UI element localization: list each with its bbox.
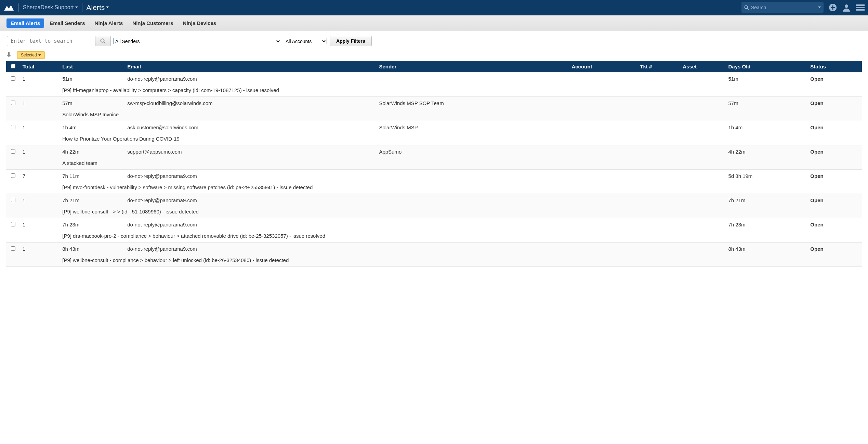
table-row[interactable]: 157msw-msp-cloudbilling@solarwinds.comSo… [6,97,862,110]
tab-ninja-customers[interactable]: Ninja Customers [128,18,177,28]
filter-search-input[interactable] [7,36,95,46]
senders-select[interactable]: All Senders [114,38,281,44]
cell-subject: [P9] ftf-meganlaptop - availability > co… [60,85,862,97]
svg-rect-9 [856,9,865,11]
tabs: Email AlertsEmail SendersNinja AlertsNin… [3,18,865,28]
tab-ninja-alerts[interactable]: Ninja Alerts [91,18,127,28]
svg-marker-0 [4,5,14,11]
global-search[interactable] [741,2,824,13]
header-days[interactable]: Days Old [726,61,808,73]
svg-line-11 [104,42,106,44]
row-checkbox[interactable] [11,173,15,178]
cell-days: 5d 8h 19m [726,170,808,183]
tab-email-senders[interactable]: Email Senders [45,18,89,28]
cell-account [569,218,638,231]
cell-status: Open [808,243,862,256]
page-title-dropdown[interactable]: Alerts [87,3,109,12]
table-row[interactable]: 11h 4mask.customer@solarwinds.comSolarWi… [6,121,862,134]
select-all-checkbox[interactable] [11,64,15,68]
cell-total: 1 [21,73,61,86]
search-icon [100,38,106,44]
cell-last: 57m [60,97,125,110]
table-row-subject[interactable]: [P9] ftf-meganlaptop - availability > co… [6,85,862,97]
table-row[interactable]: 14h 22msupport@appsumo.comAppSumo4h 22mO… [6,145,862,158]
alerts-table: Total Last Email Sender Account Tkt # As… [6,61,862,267]
selected-dropdown[interactable]: Selected [17,51,45,59]
row-checkbox[interactable] [11,198,15,202]
logo-icon[interactable] [3,4,14,11]
add-icon[interactable] [828,3,837,12]
table-row[interactable]: 18h 43mdo-not-reply@panorama9.com8h 43mO… [6,243,862,256]
chevron-down-icon [106,6,109,8]
org-label: SherpaDesk Support [23,4,74,11]
cell-asset [681,97,726,110]
table-row[interactable]: 17h 23mdo-not-reply@panorama9.com7h 23mO… [6,218,862,231]
filter-search-button[interactable] [95,36,111,46]
header-email[interactable]: Email [125,61,377,73]
navbar-left: SherpaDesk Support Alerts [3,3,109,12]
row-checkbox[interactable] [11,76,15,81]
svg-point-1 [745,5,748,9]
row-checkbox[interactable] [11,149,15,154]
cell-total: 1 [21,121,61,134]
table-row-subject[interactable]: [P9] drs-macbook-pro-2 - compliance > be… [6,231,862,243]
filter-search [7,36,111,46]
user-icon[interactable] [842,3,851,12]
cell-days: 51m [726,73,808,86]
cell-sender: SolarWinds MSP SOP Team [377,97,569,110]
cell-email: support@appsumo.com [125,145,377,158]
cell-total: 1 [21,97,61,110]
cell-sender [377,194,569,207]
global-search-input[interactable] [749,5,818,10]
row-checkbox[interactable] [11,101,15,105]
page-title: Alerts [87,3,105,12]
cell-tkt [638,97,681,110]
table-row-subject[interactable]: [P9] wellbne-consult - > > (id: -51-1089… [6,207,862,218]
cell-tkt [638,73,681,86]
table-row-subject[interactable]: A stacked team [6,158,862,170]
cell-total: 1 [21,218,61,231]
header-checkbox [6,61,21,73]
menu-icon[interactable] [856,3,865,12]
cell-account [569,145,638,158]
table-row[interactable]: 17h 21mdo-not-reply@panorama9.com7h 21mO… [6,194,862,207]
row-checkbox[interactable] [11,125,15,129]
row-checkbox[interactable] [11,222,15,226]
header-asset[interactable]: Asset [681,61,726,73]
row-checkbox[interactable] [11,246,15,251]
filter-bar: All Senders All Accounts Apply Filters [0,31,868,49]
cell-account [569,170,638,183]
header-status[interactable]: Status [808,61,862,73]
navbar-right [741,2,865,13]
tab-email-alerts[interactable]: Email Alerts [6,18,44,28]
table-row-subject[interactable]: [P9] wellbne-consult - compliance > beha… [6,255,862,267]
accounts-select[interactable]: All Accounts [284,38,327,44]
cell-asset [681,121,726,134]
table-row-subject[interactable]: [P9] mvo-frontdesk - vulnerability > sof… [6,182,862,194]
tab-ninja-devices[interactable]: Ninja Devices [179,18,221,28]
cell-tkt [638,243,681,256]
table-row-subject[interactable]: SolarWinds MSP Invoice [6,109,862,121]
header-last[interactable]: Last [60,61,125,73]
header-total[interactable]: Total [21,61,61,73]
cell-subject: A stacked team [60,158,862,170]
svg-rect-5 [831,7,835,8]
org-dropdown[interactable]: SherpaDesk Support [23,4,78,11]
cell-tkt [638,218,681,231]
table-row-subject[interactable]: How to Prioritize Your Operations During… [6,134,862,145]
cell-asset [681,145,726,158]
cell-email: do-not-reply@panorama9.com [125,243,377,256]
table-row[interactable]: 151mdo-not-reply@panorama9.com51mOpen [6,73,862,86]
cell-status: Open [808,170,862,183]
cell-total: 1 [21,243,61,256]
header-sender[interactable]: Sender [377,61,569,73]
svg-rect-8 [856,7,865,8]
header-tkt[interactable]: Tkt # [638,61,681,73]
header-account[interactable]: Account [569,61,638,73]
table-header-row: Total Last Email Sender Account Tkt # As… [6,61,862,73]
chevron-down-icon[interactable] [818,6,821,8]
arrow-down-icon[interactable] [7,52,11,58]
top-navbar: SherpaDesk Support Alerts [0,0,868,15]
table-row[interactable]: 77h 11mdo-not-reply@panorama9.com5d 8h 1… [6,170,862,183]
apply-filters-button[interactable]: Apply Filters [330,36,372,46]
